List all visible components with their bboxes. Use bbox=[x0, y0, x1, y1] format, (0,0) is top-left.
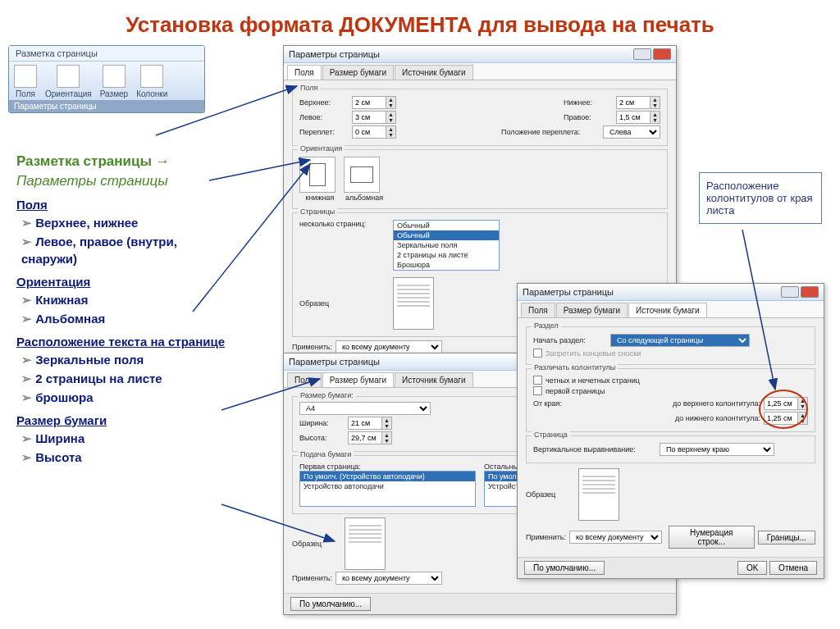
help-icon[interactable] bbox=[781, 286, 799, 298]
tab-papersize[interactable]: Размер бумаги bbox=[556, 303, 628, 317]
margin-left-input[interactable]: ▲▼ bbox=[352, 111, 396, 124]
firstpage-checkbox[interactable] bbox=[533, 386, 542, 395]
tab-papersource[interactable]: Источник бумаги bbox=[395, 65, 473, 80]
oddeven-checkbox[interactable] bbox=[533, 376, 542, 385]
tab-margins[interactable]: Поля bbox=[287, 372, 322, 387]
tab-papersource[interactable]: Источник бумаги bbox=[628, 303, 707, 317]
multipages-dropdown[interactable]: Обычный Обычный Зеркальные поля 2 страни… bbox=[393, 220, 500, 271]
ribbon-tab-label[interactable]: Разметка страницы bbox=[9, 46, 204, 62]
orientation-portrait[interactable] bbox=[299, 157, 336, 193]
section-start-select[interactable]: Со следующей страницы bbox=[610, 334, 750, 347]
paper-select[interactable]: A4 bbox=[299, 402, 431, 415]
gutter-input[interactable]: ▲▼ bbox=[352, 125, 396, 139]
highlight-circle bbox=[759, 390, 808, 429]
close-icon[interactable] bbox=[801, 286, 819, 298]
tab-papersource[interactable]: Источник бумаги bbox=[395, 372, 473, 387]
apply-to-select[interactable]: ко всему документу bbox=[569, 531, 662, 544]
preview-sample bbox=[345, 517, 386, 570]
apply-to-select[interactable]: ко всему документу bbox=[336, 572, 442, 585]
tab-margins[interactable]: Поля bbox=[287, 65, 322, 80]
tab-margins[interactable]: Поля bbox=[521, 303, 555, 317]
ribbon-pagelayout: Разметка страницы Поля Ориентация Размер… bbox=[8, 45, 205, 113]
ribbon-size-button[interactable]: Размер bbox=[100, 65, 128, 98]
ok-button[interactable]: OK bbox=[737, 561, 767, 575]
cancel-button[interactable]: Отмена bbox=[769, 561, 817, 575]
left-text-column: Разметка страницы → Параметры страницы П… bbox=[16, 152, 226, 467]
preview-sample bbox=[578, 468, 619, 521]
width-input[interactable]: ▲▼ bbox=[348, 417, 392, 430]
margin-bottom-input[interactable]: ▲▼ bbox=[616, 96, 660, 109]
ribbon-group-label[interactable]: Параметры страницы bbox=[9, 100, 204, 112]
margin-top-input[interactable]: ▲▼ bbox=[352, 96, 396, 109]
margin-right-input[interactable]: ▲▼ bbox=[616, 111, 660, 124]
tab-papersize[interactable]: Размер бумаги bbox=[322, 372, 394, 387]
ribbon-columns-button[interactable]: Колонки bbox=[136, 65, 167, 98]
ribbon-margins-button[interactable]: Поля bbox=[14, 65, 37, 98]
default-button[interactable]: По умолчанию... bbox=[524, 561, 605, 575]
gutter-pos-select[interactable]: Слева bbox=[603, 125, 660, 139]
tab-papersize[interactable]: Размер бумаги bbox=[322, 65, 394, 80]
line-numbers-button[interactable]: Нумерация строк... bbox=[669, 526, 755, 549]
callout-box: Расположение колонтитулов от края листа bbox=[699, 172, 822, 224]
page-title: Установка формата ДОКУМЕНТА для вывода н… bbox=[0, 0, 840, 46]
default-button[interactable]: По умолчанию... bbox=[290, 597, 371, 611]
suppress-endnotes-checkbox[interactable] bbox=[533, 349, 542, 358]
height-input[interactable]: ▲▼ bbox=[348, 431, 392, 444]
ribbon-orientation-button[interactable]: Ориентация bbox=[45, 65, 92, 98]
close-icon[interactable] bbox=[653, 48, 671, 60]
apply-to-select[interactable]: ко всему документу bbox=[336, 340, 442, 353]
orientation-landscape[interactable] bbox=[344, 157, 380, 193]
help-icon[interactable] bbox=[633, 48, 651, 60]
dialog-papersource: Параметры страницы Поля Размер бумаги Ис… bbox=[517, 283, 824, 579]
first-page-feed[interactable]: По умолч. (Устройство автоподачи)Устройс… bbox=[299, 471, 476, 507]
preview-sample bbox=[393, 277, 434, 330]
valign-select[interactable]: По верхнему краю bbox=[660, 443, 774, 456]
borders-button[interactable]: Границы... bbox=[758, 531, 815, 545]
